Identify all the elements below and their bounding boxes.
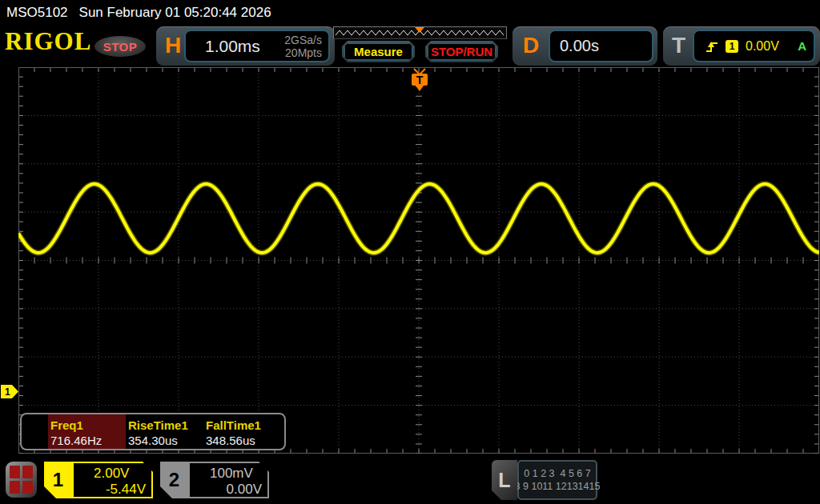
- toolbar: RIGOL STOP H 1.00ms 2GSa/s 20Mpts Measur…: [0, 24, 820, 67]
- channel-1-offset: -5.44V: [78, 482, 146, 498]
- acquisition-rates: 2GSa/s 20Mpts: [284, 34, 322, 59]
- waveform-display: T: [18, 67, 819, 454]
- trigger-box[interactable]: 1 0.00V A: [693, 30, 815, 62]
- stop-run-button[interactable]: STOP/RUN: [425, 41, 498, 62]
- measurement-panel[interactable]: Freq1 716.46Hz RiseTime1 354.30us FallTi…: [20, 413, 286, 450]
- model-name: MSO5102: [6, 5, 68, 21]
- grid-lines: [18, 67, 819, 454]
- svg-text:T: T: [416, 74, 424, 86]
- trigger-mode: A: [798, 39, 806, 53]
- delay-value: 0.00s: [560, 37, 599, 55]
- channel-1-scale: 2.00V: [94, 465, 129, 482]
- channel-2-block[interactable]: 2 100mV 0.00V: [160, 462, 269, 498]
- timebase-value: 1.00ms: [205, 37, 260, 56]
- measurement-item-risetime[interactable]: RiseTime1 354.30us: [126, 414, 203, 449]
- logic-analyzer-tab[interactable]: L: [492, 460, 517, 500]
- bottom-bar: 1 2.00V -5.44V 2 100mV 0.00V L: [0, 456, 820, 504]
- graticule: T: [18, 67, 819, 454]
- trigger-settings-block[interactable]: T 1 0.00V A: [663, 26, 820, 66]
- menu-grid-icon[interactable]: [6, 462, 37, 498]
- measurement-item-falltime[interactable]: FallTime1 348.56us: [203, 414, 281, 449]
- title-bar: MSO5102 Sun February 01 05:20:44 2026: [6, 3, 271, 22]
- waveform-memory-bar[interactable]: [333, 26, 507, 39]
- memory-zigzag-icon: [334, 27, 506, 38]
- horizontal-settings-block[interactable]: H 1.00ms 2GSa/s 20Mpts: [156, 26, 335, 66]
- digital-channels-row1: 0 1 2 3 4 5 6 7: [524, 467, 590, 480]
- trigger-position-icon[interactable]: T: [412, 69, 428, 91]
- memory-depth: 20Mpts: [285, 46, 322, 59]
- measure-button[interactable]: Measure: [342, 41, 415, 62]
- rigol-logo: RIGOL: [5, 27, 91, 56]
- logic-analyzer-block[interactable]: L 0 1 2 3 4 5 6 7 8 9 1011 12131415: [492, 460, 597, 500]
- horizontal-label: H: [165, 26, 181, 65]
- sample-rate: 2GSa/s: [284, 34, 322, 46]
- oscilloscope-screen: MSO5102 Sun February 01 05:20:44 2026 RI…: [0, 0, 820, 504]
- datetime: Sun February 01 05:20:44 2026: [79, 5, 271, 21]
- channel-2-scale: 100mV: [210, 465, 253, 482]
- delay-box[interactable]: 0.00s: [549, 30, 653, 62]
- channel-2-info[interactable]: 100mV 0.00V: [188, 462, 269, 498]
- digital-channels-panel[interactable]: 0 1 2 3 4 5 6 7 8 9 1011 12131415: [517, 460, 597, 500]
- svg-text:1: 1: [5, 386, 10, 398]
- rising-edge-icon: [705, 40, 718, 53]
- channel-1-info[interactable]: 2.00V -5.44V: [72, 462, 153, 498]
- channel-2-tab[interactable]: 2: [160, 462, 188, 498]
- trigger-level-value: 0.00V: [746, 39, 779, 54]
- ch1-position-icon[interactable]: 1: [1, 385, 19, 399]
- trigger-label: T: [672, 26, 685, 65]
- digital-channels-row2: 8 9 1011 12131415: [515, 480, 601, 493]
- channel-1-block[interactable]: 1 2.00V -5.44V: [44, 462, 153, 498]
- timebase-box[interactable]: 1.00ms 2GSa/s 20Mpts: [184, 30, 330, 62]
- channel-1-tab[interactable]: 1: [44, 462, 72, 498]
- delay-settings-block[interactable]: D 0.00s: [512, 26, 657, 66]
- delay-label: D: [523, 26, 539, 65]
- trigger-source-badge: 1: [726, 40, 738, 53]
- memory-position-icon[interactable]: [415, 27, 424, 33]
- measurement-item-freq[interactable]: Freq1 716.46Hz: [48, 414, 126, 449]
- run-state-badge: STOP: [94, 36, 146, 57]
- channel-2-offset: 0.00V: [194, 482, 262, 498]
